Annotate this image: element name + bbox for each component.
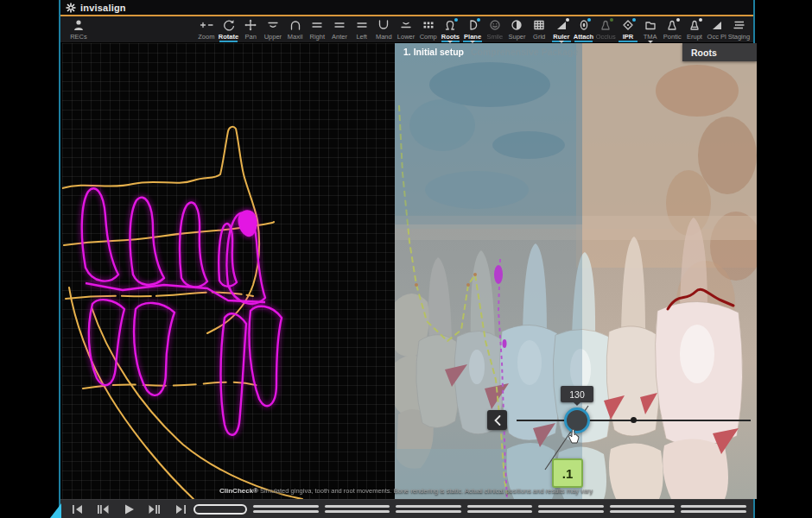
timeline-segment-5[interactable]	[538, 504, 604, 515]
arch-n-icon	[288, 19, 303, 31]
logo-text: invisalign	[80, 3, 126, 13]
grid-dots-icon	[421, 19, 436, 31]
timeline-segment-6[interactable]	[610, 504, 676, 515]
ceph-tracing-panel[interactable]	[62, 43, 395, 499]
roots-tooltip-label: Roots	[691, 47, 717, 58]
playback-bar	[60, 499, 753, 518]
step-back-button[interactable]	[92, 502, 114, 517]
timeline-bar	[610, 510, 676, 513]
skip-start-button[interactable]	[66, 502, 88, 517]
content-area: 1. Initial setup Comprehensive Package R…	[60, 43, 753, 499]
arch-u-icon	[376, 19, 391, 31]
timeline-bar	[681, 510, 746, 513]
tool-label: Occlus	[596, 33, 616, 41]
timeline-segment-1[interactable]	[253, 504, 319, 515]
timeline-segment-3[interactable]	[396, 504, 461, 515]
tool-smile[interactable]: Smile	[484, 16, 506, 42]
stage-header: 1. Initial setup Comprehensive Package	[403, 47, 578, 57]
invisalign-starburst-icon	[66, 3, 76, 13]
toolbar-spacer	[93, 16, 195, 42]
tool-grid[interactable]: Grid	[528, 16, 550, 42]
active-underline	[574, 41, 593, 42]
tool-label: Upper	[264, 33, 282, 41]
title-bar: invisalign	[60, 0, 753, 15]
super-icon	[509, 19, 524, 31]
tool-label: Super	[508, 33, 525, 41]
tool-label: Occ Pl	[707, 33, 726, 41]
tool-recs[interactable]: RECs	[64, 16, 93, 42]
tool-ipr[interactable]: IPR	[617, 16, 639, 42]
tool-label: Right	[310, 33, 326, 41]
tool-super[interactable]: Super	[506, 16, 529, 42]
timeline-segment-4[interactable]	[467, 504, 533, 515]
wedge-icon	[709, 19, 725, 31]
tool-erupt[interactable]: Erupt	[683, 16, 706, 42]
rotate-icon	[221, 19, 237, 31]
tool-mand[interactable]: Mand	[373, 16, 396, 42]
step-forward-button[interactable]	[143, 502, 166, 517]
tool-label: IPR	[623, 33, 634, 41]
tool-anter[interactable]: Anter	[328, 16, 351, 42]
pan-icon	[243, 19, 258, 31]
timeline-bar	[396, 510, 461, 513]
disclaimer-body: Simulated gingiva, tooth and root moveme…	[260, 487, 593, 495]
tool-staging[interactable]: Staging	[728, 16, 751, 42]
stage-label: 1. Initial setup	[403, 47, 464, 57]
tool-attach[interactable]: Attach	[573, 16, 595, 42]
tool-pontic[interactable]: Pontic	[661, 16, 683, 42]
tool-label: Comp	[420, 33, 437, 41]
timeline-current-stage[interactable]	[193, 504, 247, 515]
tool-occlus[interactable]: Occlus	[594, 16, 617, 42]
tool-maxil[interactable]: Maxil	[284, 16, 307, 42]
tool-label: Staging	[728, 33, 750, 41]
active-underline	[619, 41, 638, 42]
status-dot-blue	[477, 18, 480, 22]
roots-tooltip: Roots	[682, 43, 757, 61]
disclaimer-text: ClinCheck® Simulated gingiva, tooth and …	[219, 487, 599, 495]
tool-right[interactable]: Right	[306, 16, 328, 42]
model-viewport[interactable]: 1. Initial setup Comprehensive Package R…	[395, 43, 757, 499]
timeline-bar	[325, 510, 390, 513]
tool-label: Roots	[441, 33, 460, 41]
timeline-segment-7[interactable]	[681, 504, 746, 515]
timeline-bar	[253, 505, 319, 508]
tool-left[interactable]: Left	[351, 16, 373, 42]
tool-label: Left	[356, 33, 367, 41]
play-button[interactable]	[117, 502, 140, 517]
tool-lower[interactable]: Lower	[395, 16, 417, 42]
slider-back-button[interactable]	[487, 410, 507, 430]
slider-track[interactable]	[517, 420, 751, 421]
zoom-icon	[199, 19, 214, 31]
tool-occ-pl[interactable]: Occ Pl	[706, 16, 728, 42]
tool-label: Rotate	[219, 33, 238, 41]
tool-tma[interactable]: TMA	[639, 16, 662, 42]
smile-icon	[487, 19, 503, 31]
tool-zoom[interactable]: Zoom	[195, 16, 218, 42]
tool-plane[interactable]: Plane	[461, 16, 484, 42]
tool-pan[interactable]: Pan	[239, 16, 262, 42]
timeline-segment-2[interactable]	[325, 504, 390, 515]
tool-upper[interactable]: Upper	[262, 16, 284, 42]
status-dot-blue	[632, 18, 636, 22]
tool-label: TMA	[644, 33, 657, 41]
app-window: invisalign RECsZoomRotatePanUpperMaxilRi…	[59, 0, 755, 518]
tool-label: Grid	[533, 33, 545, 41]
lines-icon	[354, 19, 370, 31]
tool-comp[interactable]: Comp	[417, 16, 440, 42]
skip-end-button[interactable]	[169, 502, 192, 517]
tool-ruler[interactable]: Ruler	[550, 16, 573, 42]
stage-timeline	[192, 500, 753, 518]
status-dot-white	[566, 18, 569, 22]
tool-rotate[interactable]: Rotate	[218, 16, 240, 42]
tool-label: Maxil	[288, 33, 303, 41]
tool-label: RECs	[70, 33, 87, 41]
timeline-bar	[467, 510, 533, 513]
slider-handle[interactable]	[564, 407, 590, 433]
timeline-bar	[538, 505, 604, 508]
person-icon	[71, 19, 86, 31]
staging-icon	[731, 19, 746, 31]
tool-label: Ruler	[553, 33, 569, 41]
arch-upper-icon	[265, 19, 281, 31]
arch-lower-icon	[398, 19, 414, 31]
tool-roots[interactable]: Roots	[440, 16, 462, 42]
